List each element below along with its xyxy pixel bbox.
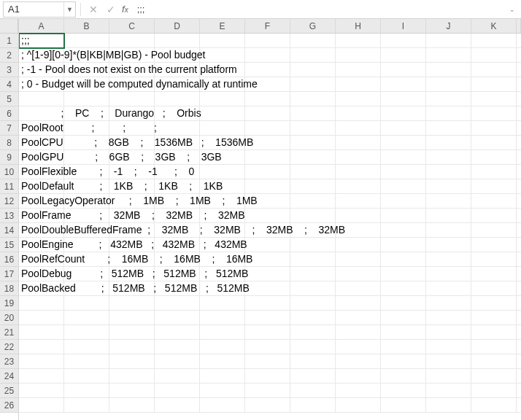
cell[interactable] — [155, 209, 200, 223]
cell[interactable] — [19, 311, 64, 325]
cell[interactable] — [155, 238, 200, 252]
cell[interactable] — [19, 48, 64, 63]
cell[interactable] — [471, 281, 517, 296]
cell[interactable] — [426, 106, 471, 121]
cell[interactable] — [155, 77, 200, 92]
cell[interactable] — [471, 121, 517, 136]
column-header[interactable]: H — [336, 19, 381, 33]
cell[interactable] — [336, 398, 381, 413]
cell[interactable] — [471, 150, 517, 165]
row-header[interactable]: 2 — [0, 48, 18, 63]
cell[interactable] — [64, 238, 109, 252]
cell[interactable] — [200, 296, 245, 311]
select-all-corner[interactable] — [0, 19, 18, 34]
cell[interactable] — [290, 121, 336, 136]
cell[interactable] — [336, 63, 381, 77]
cell[interactable] — [200, 121, 245, 136]
cell[interactable] — [471, 252, 517, 267]
cell[interactable] — [290, 325, 336, 340]
cell[interactable] — [471, 209, 517, 223]
cell[interactable] — [471, 223, 517, 238]
cell[interactable] — [426, 194, 471, 209]
cell[interactable] — [290, 150, 336, 165]
column-header[interactable]: E — [200, 19, 245, 33]
cell[interactable] — [19, 296, 64, 311]
cell[interactable] — [245, 296, 290, 311]
cell[interactable] — [109, 179, 155, 194]
cell[interactable] — [200, 354, 245, 369]
cell[interactable] — [426, 223, 471, 238]
row-header[interactable]: 10 — [0, 165, 18, 179]
cell[interactable] — [245, 92, 290, 106]
cell[interactable] — [64, 209, 109, 223]
cell[interactable] — [64, 369, 109, 384]
cell[interactable] — [426, 150, 471, 165]
cell[interactable] — [155, 34, 200, 48]
cell[interactable] — [426, 340, 471, 354]
cell[interactable] — [64, 34, 109, 48]
row-header[interactable]: 3 — [0, 63, 18, 77]
cell[interactable] — [109, 281, 155, 296]
cell[interactable] — [64, 340, 109, 354]
cell[interactable] — [517, 398, 521, 413]
cell[interactable] — [245, 223, 290, 238]
cell[interactable] — [19, 136, 64, 150]
cell[interactable] — [517, 150, 521, 165]
cell[interactable] — [19, 325, 64, 340]
cell[interactable] — [336, 340, 381, 354]
cell[interactable] — [200, 281, 245, 296]
cell[interactable] — [109, 354, 155, 369]
row-header[interactable]: 22 — [0, 340, 18, 354]
cell[interactable] — [64, 252, 109, 267]
cell[interactable] — [245, 398, 290, 413]
cell[interactable] — [64, 179, 109, 194]
cell[interactable] — [245, 34, 290, 48]
cell[interactable] — [517, 136, 521, 150]
cell[interactable] — [336, 252, 381, 267]
cell[interactable] — [471, 369, 517, 384]
cell[interactable] — [64, 281, 109, 296]
cell[interactable] — [471, 136, 517, 150]
row-header[interactable]: 20 — [0, 311, 18, 325]
cell[interactable] — [381, 34, 426, 48]
cell[interactable] — [290, 252, 336, 267]
cell[interactable] — [290, 179, 336, 194]
cell[interactable] — [200, 325, 245, 340]
cell[interactable] — [426, 398, 471, 413]
cell[interactable] — [290, 48, 336, 63]
row-header[interactable]: 21 — [0, 325, 18, 340]
cell[interactable] — [336, 106, 381, 121]
cell[interactable] — [517, 48, 521, 63]
cell[interactable] — [517, 179, 521, 194]
row-header[interactable]: 23 — [0, 354, 18, 369]
row-header[interactable]: 24 — [0, 369, 18, 384]
cell[interactable] — [64, 77, 109, 92]
cell[interactable] — [426, 179, 471, 194]
cell[interactable] — [245, 281, 290, 296]
cancel-icon[interactable]: ✕ — [85, 1, 101, 18]
cell[interactable] — [64, 63, 109, 77]
cell[interactable] — [426, 209, 471, 223]
row-header[interactable]: 4 — [0, 77, 18, 92]
cell[interactable] — [155, 92, 200, 106]
cell[interactable] — [290, 223, 336, 238]
cell[interactable] — [290, 209, 336, 223]
chevron-down-icon[interactable]: ⌄ — [506, 6, 518, 13]
cell[interactable] — [426, 48, 471, 63]
cell[interactable] — [200, 34, 245, 48]
row-header[interactable]: 25 — [0, 384, 18, 398]
column-header[interactable]: C — [109, 19, 155, 33]
cell[interactable] — [336, 238, 381, 252]
column-header[interactable] — [517, 19, 521, 33]
cell[interactable] — [426, 121, 471, 136]
cell[interactable] — [109, 311, 155, 325]
cell[interactable] — [381, 48, 426, 63]
cell[interactable] — [19, 384, 64, 398]
cell[interactable] — [517, 252, 521, 267]
cell[interactable] — [155, 340, 200, 354]
cell[interactable] — [381, 311, 426, 325]
cell[interactable] — [471, 340, 517, 354]
cell[interactable] — [290, 136, 336, 150]
row-header[interactable]: 18 — [0, 281, 18, 296]
cell[interactable] — [64, 384, 109, 398]
